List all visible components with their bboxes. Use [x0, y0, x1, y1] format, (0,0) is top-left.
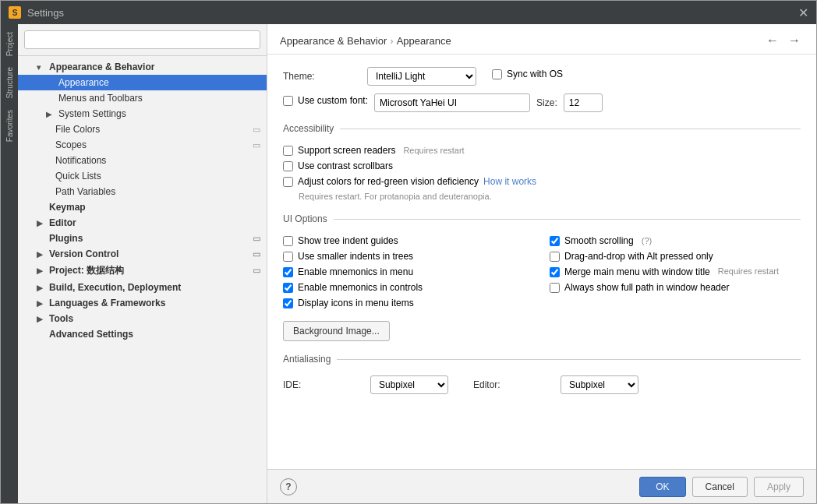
sync-with-os-row[interactable]: Sync with OS — [492, 69, 563, 79]
support-screen-readers-row[interactable]: Support screen readers Requires restart — [283, 145, 801, 156]
sidebar-item-file-colors[interactable]: File Colors ▭ — [18, 122, 267, 137]
smooth-scrolling-hint: (?) — [642, 236, 652, 245]
search-input[interactable] — [24, 30, 260, 49]
footer-right: OK Cancel Apply — [639, 477, 804, 497]
main-panel: Appearance & Behavior › Appearance ← → T… — [267, 24, 816, 503]
left-side-tabs: Project Structure Favorites — [1, 24, 18, 503]
icon-marker: ▭ — [253, 266, 260, 276]
background-image-button[interactable]: Background Image... — [283, 321, 390, 341]
adjust-colors-checkbox[interactable] — [283, 177, 293, 187]
sidebar-item-advanced-settings[interactable]: Advanced Settings — [18, 326, 267, 342]
breadcrumb: Appearance & Behavior › Appearance — [280, 35, 451, 47]
side-tab-favorites[interactable]: Favorites — [2, 105, 17, 146]
display-icons-checkbox[interactable] — [283, 298, 293, 308]
sidebar-item-project[interactable]: ▶ Project: 数据结构 ▭ — [18, 262, 267, 280]
editor-antialiasing-select[interactable]: Subpixel Greyscale None — [561, 375, 638, 394]
show-tree-indent-row[interactable]: Show tree indent guides — [283, 235, 534, 246]
sidebar-item-appearance-behavior[interactable]: ▾ Appearance & Behavior — [18, 59, 267, 75]
show-tree-indent-checkbox[interactable] — [283, 236, 293, 246]
support-screen-readers-label: Support screen readers — [298, 145, 395, 156]
footer: ? OK Cancel Apply — [267, 469, 816, 503]
help-button[interactable]: ? — [280, 478, 297, 495]
arrow-icon: ▶ — [37, 219, 44, 227]
sidebar-item-quick-lists[interactable]: Quick Lists — [18, 168, 267, 184]
ok-button[interactable]: OK — [639, 477, 685, 497]
display-icons-row[interactable]: Display icons in menu items — [283, 298, 534, 308]
nav-forward-button[interactable]: → — [785, 33, 804, 48]
sidebar-label: Project: 数据结构 — [49, 264, 124, 277]
sidebar-item-plugins[interactable]: Plugins ▭ — [18, 231, 267, 246]
support-screen-readers-checkbox[interactable] — [283, 146, 293, 156]
smooth-scrolling-checkbox[interactable] — [550, 236, 560, 246]
sidebar-label: Plugins — [49, 233, 83, 244]
sync-with-os-checkbox[interactable] — [492, 69, 502, 79]
merge-main-menu-checkbox[interactable] — [550, 267, 560, 277]
sidebar-item-version-control[interactable]: ▶ Version Control ▭ — [18, 246, 267, 262]
smaller-indents-checkbox[interactable] — [283, 252, 293, 262]
icon-marker: ▭ — [253, 125, 260, 135]
sidebar-item-scopes[interactable]: Scopes ▭ — [18, 137, 267, 153]
side-tab-structure[interactable]: Structure — [2, 62, 17, 104]
merge-main-menu-label: Merge main menu with window title — [564, 266, 710, 277]
merge-main-menu-row[interactable]: Merge main menu with window title Requir… — [550, 266, 801, 277]
sidebar-label: Path Variables — [55, 186, 115, 197]
sidebar-label: Quick Lists — [55, 171, 101, 182]
accessibility-title: Accessibility — [283, 123, 801, 137]
always-show-full-path-row[interactable]: Always show full path in window header — [550, 282, 801, 293]
breadcrumb-current: Appearance — [397, 35, 451, 47]
adjust-colors-checkbox-row[interactable]: Adjust colors for red-green vision defic… — [283, 176, 801, 187]
side-tab-project[interactable]: Project — [2, 27, 17, 61]
always-show-full-path-checkbox[interactable] — [550, 283, 560, 293]
sidebar-label: Scopes — [55, 139, 87, 150]
sidebar-item-appearance[interactable]: Appearance — [18, 75, 267, 90]
arrow-icon: ▶ — [37, 250, 44, 259]
sidebar-label: File Colors — [55, 124, 100, 135]
custom-font-checkbox[interactable] — [283, 96, 293, 106]
contrast-scrollbars-row[interactable]: Use contrast scrollbars — [283, 160, 801, 171]
icon-marker: ▭ — [253, 249, 260, 259]
close-button[interactable]: ✕ — [798, 5, 808, 20]
ui-options-title: UI Options — [283, 213, 801, 227]
sidebar-item-editor[interactable]: ▶ Editor — [18, 215, 267, 231]
enable-mnemonics-controls-row[interactable]: Enable mnemonics in controls — [283, 282, 534, 293]
cancel-button[interactable]: Cancel — [692, 477, 748, 497]
sidebar-item-languages[interactable]: ▶ Languages & Frameworks — [18, 295, 267, 311]
sidebar-item-system-settings[interactable]: ▶ System Settings — [18, 106, 267, 122]
ui-options-section: UI Options Show tree indent guides Use s… — [283, 213, 801, 341]
theme-row: Theme: IntelliJ Light Darcula High Contr… — [283, 67, 801, 86]
font-input[interactable] — [374, 93, 530, 112]
sidebar-item-tools[interactable]: ▶ Tools — [18, 311, 267, 326]
theme-select[interactable]: IntelliJ Light Darcula High Contrast — [367, 67, 476, 86]
merge-main-menu-hint: Requires restart — [718, 266, 779, 276]
settings-window: S Settings ✕ Project Structure Favorites… — [0, 0, 817, 504]
editor-label: Editor: — [473, 379, 551, 390]
size-input[interactable] — [564, 93, 603, 112]
search-box — [18, 24, 267, 56]
sidebar-item-menus-toolbars[interactable]: Menus and Toolbars — [18, 90, 267, 106]
merge-main-menu-label-row[interactable]: Merge main menu with window title — [550, 266, 710, 277]
sidebar-item-keymap[interactable]: Keymap — [18, 199, 267, 215]
antialiasing-row: IDE: Subpixel Greyscale None Editor: Sub… — [283, 375, 801, 394]
drag-drop-row[interactable]: Drag-and-drop with Alt pressed only — [550, 251, 801, 262]
drag-drop-checkbox[interactable] — [550, 252, 560, 262]
theme-label: Theme: — [283, 71, 361, 82]
custom-font-row: Use custom font: Size: — [283, 93, 801, 112]
ide-antialiasing-select[interactable]: Subpixel Greyscale None — [370, 375, 448, 394]
custom-font-checkbox-row[interactable]: Use custom font: — [283, 95, 368, 106]
smooth-scrolling-row[interactable]: Smooth scrolling (?) — [550, 235, 801, 246]
sidebar-item-notifications[interactable]: Notifications — [18, 153, 267, 168]
sidebar-item-path-variables[interactable]: Path Variables — [18, 184, 267, 199]
enable-mnemonics-menu-checkbox[interactable] — [283, 267, 293, 277]
nav-back-button[interactable]: ← — [763, 33, 782, 48]
sidebar-item-build[interactable]: ▶ Build, Execution, Deployment — [18, 280, 267, 295]
how-it-works-link[interactable]: How it works — [483, 176, 536, 187]
enable-mnemonics-menu-row[interactable]: Enable mnemonics in menu — [283, 266, 534, 277]
enable-mnemonics-controls-checkbox[interactable] — [283, 283, 293, 293]
contrast-scrollbars-checkbox[interactable] — [283, 161, 293, 171]
arrow-icon: ▶ — [46, 110, 54, 118]
antialiasing-section: Antialiasing IDE: Subpixel Greyscale Non… — [283, 354, 801, 394]
arrow-icon: ▾ — [37, 63, 44, 72]
apply-button[interactable]: Apply — [754, 477, 804, 497]
sidebar-label: Languages & Frameworks — [49, 298, 165, 308]
smaller-indents-row[interactable]: Use smaller indents in trees — [283, 251, 534, 262]
